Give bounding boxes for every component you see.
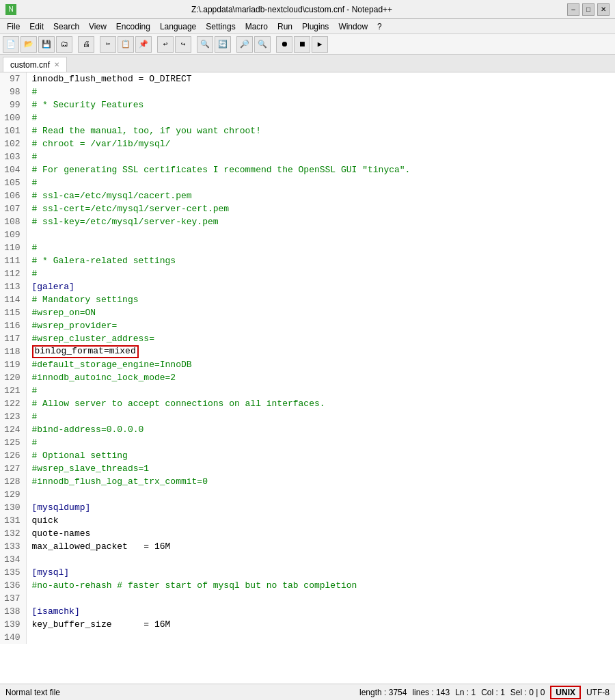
menu-item-edit[interactable]: Edit [25,21,48,33]
undo-button[interactable]: ↩ [157,36,174,53]
line-content[interactable] [26,592,615,605]
line-content[interactable] [26,488,615,501]
line-content[interactable]: # [26,176,615,189]
new-button[interactable]: 📄 [3,36,19,53]
macro-stop-button[interactable]: ⏹ [294,36,310,53]
line-content[interactable]: innodb_flush_method = O_DIRECT [26,72,615,85]
toolbar: 📄 📂 💾 🗂 🖨 ✂ 📋 📌 ↩ ↪ 🔍 🔄 🔎 🔍 ⏺ ⏹ ▶ [0,34,615,55]
line-content[interactable]: [mysqldump] [26,501,615,514]
line-number: 107 [0,202,26,215]
line-content[interactable]: # Read the manual, too, if you want chro… [26,124,615,137]
macro-record-button[interactable]: ⏺ [276,36,292,53]
line-content[interactable]: binlog_format=mixed [26,345,615,358]
line-number: 109 [0,228,26,241]
menu-item-window[interactable]: Window [334,21,372,33]
cut-button[interactable]: ✂ [100,36,116,53]
menu-item-macro[interactable]: Macro [241,21,272,33]
line-content[interactable]: # * Galera-related settings [26,254,615,267]
line-content[interactable]: #bind-address=0.0.0.0 [26,423,615,436]
line-content[interactable]: # Allow server to accept connections on … [26,397,615,410]
line-content[interactable]: #innodb_autoinc_lock_mode=2 [26,371,615,384]
table-row: 116#wsrep_provider= [0,319,615,332]
editor[interactable]: 97innodb_flush_method = O_DIRECT98#99# *… [0,72,615,684]
menu-item-view[interactable]: View [85,21,111,33]
tab-close-button[interactable]: ✕ [54,61,59,68]
line-content[interactable]: #wsrep_provider= [26,319,615,332]
line-content[interactable]: quick [26,514,615,527]
comment-text: # * Security Features [32,100,144,110]
line-content[interactable]: max_allowed_packet = 16M [26,540,615,553]
line-number: 122 [0,397,26,410]
line-content[interactable]: # ssl-key=/etc/mysql/server-key.pem [26,215,615,228]
title-text: Z:\.appdata\mariadb-nextcloud\custom.cnf… [16,5,567,14]
encoding-info: UTF-8 [586,688,610,697]
line-content[interactable]: # For generating SSL certificates I reco… [26,163,615,176]
line-content[interactable]: # * Security Features [26,98,615,111]
open-button[interactable]: 📂 [20,36,37,53]
save-button[interactable]: 💾 [38,36,55,53]
menu-item-encoding[interactable]: Encoding [112,21,154,33]
line-content[interactable]: # Optional setting [26,449,615,462]
line-content[interactable]: #wsrep_cluster_address= [26,332,615,345]
line-number: 133 [0,540,26,553]
menu-item-file[interactable]: File [3,21,24,33]
file-tab[interactable]: custom.cnf ✕ [3,57,67,72]
zoom-in-button[interactable]: 🔎 [236,36,253,53]
redo-button[interactable]: ↪ [175,36,191,53]
line-content[interactable]: #wsrep_on=ON [26,306,615,319]
line-content[interactable]: #wsrep_slave_threads=1 [26,462,615,475]
table-row: 103# [0,150,615,163]
copy-button[interactable]: 📋 [118,36,134,53]
line-number: 138 [0,605,26,618]
close-button[interactable]: ✕ [597,3,610,16]
line-content[interactable]: [galera] [26,280,615,293]
line-number: 101 [0,124,26,137]
line-content[interactable]: # [26,150,615,163]
save-all-button[interactable]: 🗂 [56,36,72,53]
line-content[interactable] [26,228,615,241]
line-content[interactable]: [mysql] [26,566,615,579]
line-content[interactable]: # [26,111,615,124]
line-content[interactable]: # [26,241,615,254]
status-left: Normal text file [5,688,348,697]
minimize-button[interactable]: – [567,3,579,16]
line-content[interactable]: #innodb_flush_log_at_trx_commit=0 [26,475,615,488]
line-content[interactable]: [isamchk] [26,605,615,618]
menu-item-settings[interactable]: Settings [202,21,239,33]
comment-text: #innodb_autoinc_lock_mode=2 [32,373,176,383]
line-content[interactable]: #default_storage_engine=InnoDB [26,358,615,371]
line-content[interactable] [26,553,615,566]
menu-item-language[interactable]: Language [156,21,200,33]
find-button[interactable]: 🔍 [197,36,213,53]
menu-item-search[interactable]: Search [49,21,83,33]
menu-item-?[interactable]: ? [373,21,386,33]
lines-info: lines : 143 [412,688,450,697]
line-content[interactable]: # [26,436,615,449]
paste-button[interactable]: 📌 [135,36,152,53]
zoom-out-button[interactable]: 🔍 [254,36,271,53]
print-button[interactable]: 🖨 [78,36,94,53]
line-content[interactable]: # Mandatory settings [26,293,615,306]
menu-item-plugins[interactable]: Plugins [298,21,333,33]
line-content[interactable]: quote-names [26,527,615,540]
tab-label: custom.cnf [10,60,50,70]
line-content[interactable]: # [26,85,615,98]
comment-text: # ssl-cert=/etc/mysql/server-cert.pem [32,204,230,214]
comment-text: #wsrep_cluster_address= [32,334,154,344]
line-content[interactable]: # [26,410,615,423]
line-content[interactable]: # [26,267,615,280]
table-row: 126# Optional setting [0,449,615,462]
line-content[interactable]: # [26,384,615,397]
menu-item-run[interactable]: Run [273,21,297,33]
line-content[interactable] [26,631,615,644]
line-content[interactable]: key_buffer_size = 16M [26,618,615,631]
line-content[interactable]: # ssl-ca=/etc/mysql/cacert.pem [26,189,615,202]
maximize-button[interactable]: □ [582,3,594,16]
line-content[interactable]: # ssl-cert=/etc/mysql/server-cert.pem [26,202,615,215]
line-content[interactable]: #no-auto-rehash # faster start of mysql … [26,579,615,592]
comment-text: # For generating SSL certificates I reco… [32,165,411,175]
find-replace-button[interactable]: 🔄 [215,36,231,53]
table-row: 125# [0,436,615,449]
macro-play-button[interactable]: ▶ [312,36,328,53]
line-content[interactable]: # chroot = /var/lib/mysql/ [26,137,615,150]
